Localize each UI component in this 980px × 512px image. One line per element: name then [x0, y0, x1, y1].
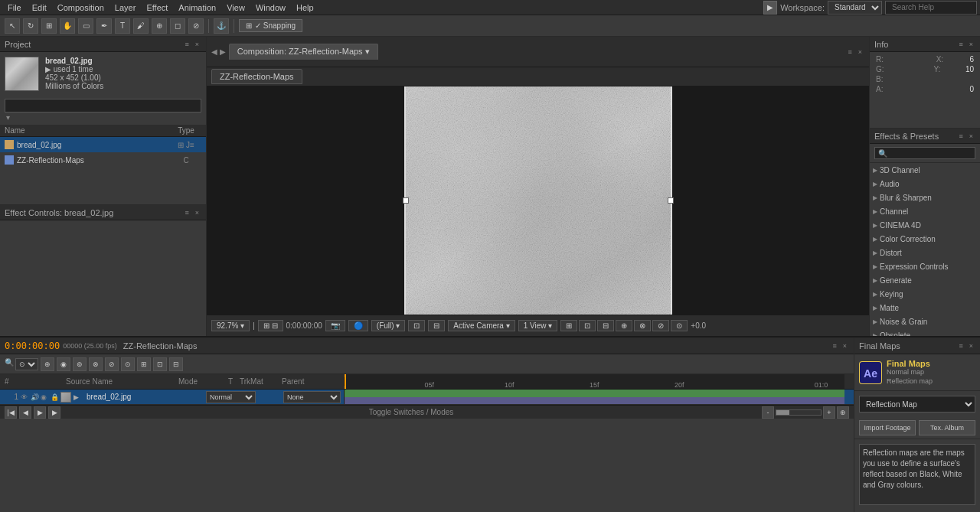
snapping-button[interactable]: ⊞ ✓ Snapping — [239, 19, 302, 32]
menu-layer[interactable]: Layer — [110, 2, 141, 14]
tl-zoom-out-btn[interactable]: - — [762, 406, 774, 419]
comp-viewer[interactable] — [207, 86, 869, 315]
comp-tab-main[interactable]: Composition: ZZ-Reflection-Maps ▾ — [229, 44, 378, 60]
effects-menu-btn[interactable]: ≡ — [956, 132, 965, 141]
layer-visibility-btn-1[interactable]: 👁 — [21, 393, 28, 401]
project-search-input[interactable] — [5, 99, 201, 113]
tl-draft-btn[interactable]: ⊟ — [169, 357, 183, 371]
layer-collapse-btn-1[interactable]: ▶ — [74, 393, 84, 401]
tool-text[interactable]: T — [115, 18, 130, 34]
roi-btn[interactable]: ⊡ — [408, 320, 425, 331]
effect-cat-audio[interactable]: ▶ Audio — [870, 177, 980, 191]
file-item-zz[interactable]: ZZ-Reflection-Maps C — [0, 152, 206, 168]
final-maps-close-btn[interactable]: × — [967, 341, 975, 351]
effect-cat-noise[interactable]: ▶ Noise & Grain — [870, 315, 980, 328]
menu-help[interactable]: Help — [292, 2, 318, 14]
camera-select[interactable]: Active Camera ▾ — [448, 320, 514, 331]
layer-mode-select-1[interactable]: Normal — [206, 391, 256, 403]
view-select[interactable]: 1 View ▾ — [518, 320, 558, 331]
tl-zoom-slider[interactable] — [776, 409, 822, 416]
comp-panel-menu-btn[interactable]: ≡ — [845, 47, 854, 57]
comp-snapshot-btn[interactable]: 📷 — [325, 320, 345, 331]
tl-solo-btn[interactable]: ◉ — [57, 357, 70, 371]
layer-parent-select-1[interactable]: None — [283, 391, 341, 403]
zoom-display-btn[interactable]: 92.7% ▾ — [211, 320, 250, 331]
transparency-btn[interactable]: ⊟ — [428, 320, 445, 331]
effect-controls-menu-btn[interactable]: ≡ — [182, 208, 191, 217]
timeline-search-select[interactable]: ⊙ — [15, 358, 38, 370]
effect-cat-generate[interactable]: ▶ Generate — [870, 273, 980, 287]
tl-motion-blur-btn[interactable]: ⊡ — [153, 357, 167, 371]
view-ctrl-3[interactable]: ⊟ — [597, 320, 614, 331]
view-ctrl-6[interactable]: ⊘ — [652, 320, 669, 331]
effect-cat-channel[interactable]: ▶ Channel — [870, 204, 980, 218]
view-ctrl-5[interactable]: ⊗ — [634, 320, 651, 331]
tl-expand-btn[interactable]: ⊕ — [837, 406, 849, 419]
workspace-select[interactable]: Standard — [828, 1, 882, 15]
timeline-menu-btn[interactable]: ≡ — [830, 341, 838, 351]
tool-rotate[interactable]: ↻ — [23, 18, 38, 34]
effect-cat-matte[interactable]: ▶ Matte — [870, 301, 980, 315]
tool-pen[interactable]: ✒ — [96, 18, 112, 34]
tool-clone[interactable]: ⊕ — [152, 18, 167, 34]
tl-graph-btn[interactable]: ⊘ — [105, 357, 119, 371]
effects-close-btn[interactable]: × — [967, 132, 975, 141]
effect-cat-distort[interactable]: ▶ Distort — [870, 246, 980, 259]
tool-roto[interactable]: ⊘ — [188, 18, 204, 34]
tl-zoom-in-btn[interactable]: + — [823, 406, 835, 419]
menu-window[interactable]: Window — [251, 2, 290, 14]
layer-solo-btn-1[interactable]: ◉ — [41, 393, 48, 401]
menu-animation[interactable]: Animation — [174, 2, 220, 14]
tool-puppet[interactable]: ⚓ — [214, 18, 229, 34]
effect-cat-color[interactable]: ▶ Color Correction — [870, 232, 980, 246]
play-next-frame-btn[interactable]: ▶ — [48, 406, 60, 419]
frame-buttons[interactable]: ⊞ ⊟ — [258, 320, 283, 331]
file-item-bread[interactable]: bread_02.jpg ⊞ J≡ — [0, 137, 206, 152]
view-ctrl-7[interactable]: ⊙ — [671, 320, 688, 331]
project-menu-btn[interactable]: ≡ — [182, 40, 191, 49]
tool-paint[interactable]: 🖌 — [133, 18, 149, 34]
view-ctrl-4[interactable]: ⊕ — [616, 320, 632, 331]
tool-pan[interactable]: ✋ — [60, 18, 75, 34]
effects-search-input[interactable] — [874, 147, 975, 159]
view-ctrl-1[interactable]: ⊞ — [560, 320, 577, 331]
tl-motion-btn[interactable]: ⊚ — [73, 357, 87, 371]
handle-mid-left[interactable] — [403, 197, 409, 204]
menu-effect[interactable]: Effect — [142, 2, 172, 14]
menu-edit[interactable]: Edit — [28, 2, 51, 14]
effect-cat-3d[interactable]: ▶ 3D Channel — [870, 163, 980, 177]
effect-controls-close-btn[interactable]: × — [193, 208, 201, 217]
play-btn[interactable]: ▶ — [34, 406, 46, 419]
resolution-select[interactable]: (Full) ▾ — [371, 320, 406, 331]
map-type-select[interactable]: Reflection Map — [859, 396, 975, 413]
effect-cat-cinema[interactable]: ▶ CINEMA 4D — [870, 218, 980, 232]
tl-new-comp-btn[interactable]: ⊕ — [41, 357, 54, 371]
tool-select[interactable]: ↖ — [5, 18, 20, 34]
menu-file[interactable]: File — [3, 2, 26, 14]
layer-lock-btn-1[interactable]: 🔒 — [51, 393, 58, 401]
play-first-frame-btn[interactable]: |◀ — [5, 406, 17, 419]
effect-cat-keying[interactable]: ▶ Keying — [870, 287, 980, 301]
tool-eraser[interactable]: ◻ — [170, 18, 185, 34]
menu-view[interactable]: View — [222, 2, 250, 14]
final-maps-menu-btn[interactable]: ≡ — [956, 341, 965, 351]
handle-mid-right[interactable] — [668, 197, 674, 204]
layer-audio-btn-1[interactable]: 🔊 — [31, 393, 38, 401]
effects-search-area[interactable] — [870, 144, 980, 163]
comp-panel-close-btn[interactable]: × — [856, 47, 864, 57]
timeline-playhead[interactable] — [345, 374, 346, 389]
project-close-btn[interactable]: × — [193, 40, 201, 49]
tl-time-btn[interactable]: ⊙ — [121, 357, 135, 371]
tl-keyframe-btn[interactable]: ⊗ — [89, 357, 103, 371]
comp-tab-zz[interactable]: ZZ-Reflection-Maps — [211, 69, 302, 84]
comp-show-channel-btn[interactable]: 🔵 — [348, 320, 368, 331]
effect-cat-expression[interactable]: ▶ Expression Controls — [870, 259, 980, 273]
layer-item-1[interactable]: 1 👁 🔊 ◉ 🔒 ▶ bread_02.jpg Normal None — [0, 390, 854, 405]
search-help-input[interactable] — [885, 1, 977, 15]
view-ctrl-2[interactable]: ⊡ — [579, 320, 596, 331]
effect-cat-obsolete[interactable]: ▶ Obsolete — [870, 328, 980, 336]
tex-album-btn[interactable]: Tex. Album — [919, 420, 975, 435]
tool-camera[interactable]: ⊞ — [41, 18, 57, 34]
menu-composition[interactable]: Composition — [53, 2, 109, 14]
play-prev-frame-btn[interactable]: ◀ — [19, 406, 31, 419]
